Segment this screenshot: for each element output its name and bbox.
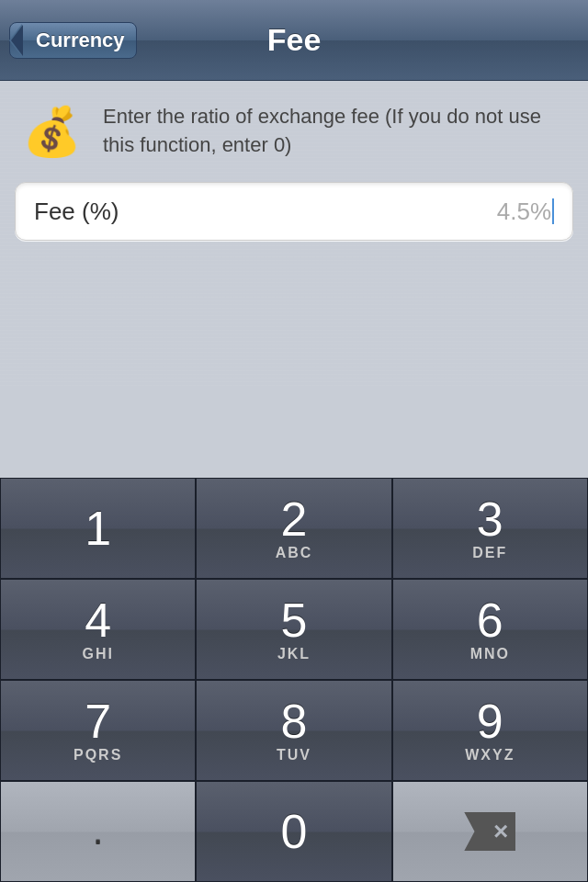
key-6-number: 6 xyxy=(477,596,503,644)
text-cursor xyxy=(552,198,554,224)
key-4-letters: GHI xyxy=(82,646,113,662)
key-5-letters: JKL xyxy=(277,646,311,662)
key-decimal-symbol: . xyxy=(93,812,104,851)
page-title: Fee xyxy=(267,22,322,58)
navigation-bar: Currency Fee xyxy=(0,0,588,81)
key-2-letters: ABC xyxy=(276,545,313,561)
back-button-label: Currency xyxy=(36,28,125,52)
key-5-number: 5 xyxy=(281,596,308,644)
key-2[interactable]: 2 ABC xyxy=(196,478,391,579)
info-description: Enter the ratio of exchange fee (If you … xyxy=(103,99,573,160)
fee-label: Fee (%) xyxy=(34,198,497,226)
key-3-letters: DEF xyxy=(472,545,507,561)
key-8[interactable]: 8 TUV xyxy=(196,680,391,781)
spacer xyxy=(15,259,573,369)
content-area: 💰 Enter the ratio of exchange fee (If yo… xyxy=(0,81,588,388)
keyboard-row-3: 7 PQRS 8 TUV 9 WXYZ xyxy=(0,680,588,781)
key-decimal[interactable]: . xyxy=(0,781,196,882)
keyboard-row-1: 1 2 ABC 3 DEF xyxy=(0,478,588,579)
key-6[interactable]: 6 MNO xyxy=(392,579,588,680)
back-button[interactable]: Currency xyxy=(9,22,137,59)
key-8-letters: TUV xyxy=(277,747,311,763)
key-5[interactable]: 5 JKL xyxy=(196,579,391,680)
key-7-number: 7 xyxy=(85,697,111,745)
fee-value-text: 4.5% xyxy=(497,198,551,226)
key-6-letters: MNO xyxy=(470,646,510,662)
key-7-letters: PQRS xyxy=(74,747,122,763)
keyboard-row-2: 4 GHI 5 JKL 6 MNO xyxy=(0,579,588,680)
key-delete[interactable] xyxy=(392,781,588,882)
keyboard-row-4: . 0 xyxy=(0,781,588,882)
key-2-number: 2 xyxy=(281,495,308,543)
key-0-number: 0 xyxy=(281,808,308,855)
key-7[interactable]: 7 PQRS xyxy=(0,680,196,781)
key-3[interactable]: 3 DEF xyxy=(392,478,588,579)
info-box: 💰 Enter the ratio of exchange fee (If yo… xyxy=(15,99,573,164)
key-4-number: 4 xyxy=(85,596,111,644)
key-9-number: 9 xyxy=(477,697,503,745)
fee-value: 4.5% xyxy=(497,198,554,226)
key-4[interactable]: 4 GHI xyxy=(0,579,196,680)
back-chevron-icon xyxy=(11,25,23,56)
delete-icon xyxy=(464,812,515,851)
key-3-number: 3 xyxy=(477,495,503,543)
money-icon: 💰 xyxy=(15,99,88,164)
numeric-keyboard: 1 2 ABC 3 DEF 4 GHI 5 JKL 6 MNO 7 PQRS xyxy=(0,478,588,882)
key-9[interactable]: 9 WXYZ xyxy=(392,680,588,781)
key-1-number: 1 xyxy=(85,504,111,552)
key-9-letters: WXYZ xyxy=(465,747,514,763)
fee-input-field[interactable]: Fee (%) 4.5% xyxy=(15,182,573,241)
key-8-number: 8 xyxy=(281,697,308,745)
key-1[interactable]: 1 xyxy=(0,478,196,579)
key-0[interactable]: 0 xyxy=(196,781,391,882)
